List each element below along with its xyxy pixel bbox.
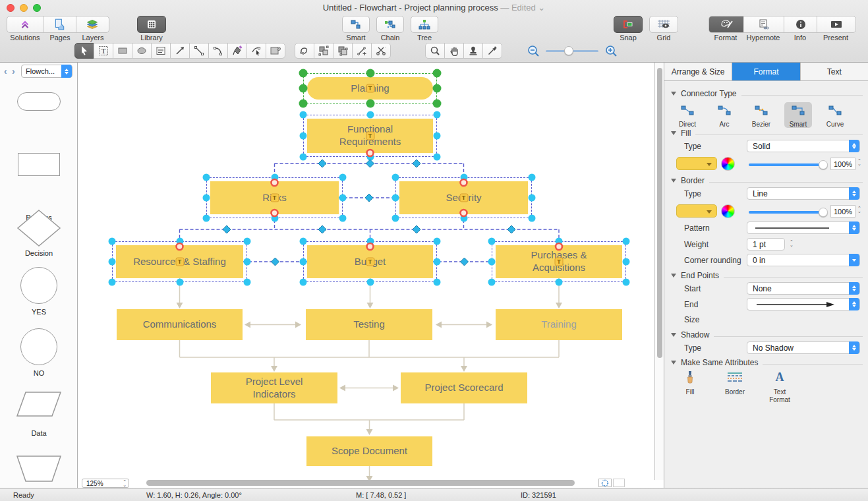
- selection-handle[interactable]: [433, 84, 442, 93]
- zoom-out-button[interactable]: [527, 45, 540, 61]
- selection-handle[interactable]: [203, 194, 210, 202]
- library-select[interactable]: Flowch...: [21, 65, 72, 78]
- border-pattern-dropdown[interactable]: [747, 221, 860, 234]
- flowchart-node-project-scorecard[interactable]: Project Scorecard: [401, 372, 527, 403]
- connector-option-curve[interactable]: Curve: [821, 102, 849, 128]
- disclosure-triangle-icon[interactable]: [671, 333, 676, 337]
- format-button[interactable]: [709, 16, 743, 32]
- selection-handle[interactable]: [244, 258, 251, 266]
- drawing-canvas[interactable]: PlanningTFunctional RequirementsTRisksTS…: [78, 63, 654, 480]
- split-tool-button[interactable]: [371, 43, 391, 59]
- selection-handle[interactable]: [271, 174, 278, 181]
- selection-handle[interactable]: [529, 215, 536, 222]
- fill-opacity-stepper[interactable]: ⌃⌄: [857, 159, 861, 165]
- selection-handle[interactable]: [556, 279, 563, 286]
- selection-handle[interactable]: [392, 215, 399, 222]
- canvas-zoom-stepper[interactable]: ⌃⌄: [123, 480, 127, 486]
- endpoint-end-dropdown[interactable]: [747, 298, 860, 310]
- make-same-attributes-header[interactable]: Make Same Attributes: [671, 358, 863, 367]
- library-select-stepper[interactable]: [61, 65, 72, 78]
- shape-item-no[interactable]: NO: [0, 328, 78, 365]
- tree-connector-button[interactable]: [411, 16, 438, 33]
- format-painter-tool-button[interactable]: [463, 43, 483, 59]
- shape-item-terminator[interactable]: Terminator: [0, 92, 78, 111]
- tab-format[interactable]: Format: [732, 63, 800, 80]
- library-back-button[interactable]: ‹: [4, 66, 7, 76]
- connector-option-bezier[interactable]: Bezier: [747, 102, 775, 128]
- shape-item-process[interactable]: Process: [0, 153, 78, 176]
- selection-handle[interactable]: [300, 133, 307, 140]
- zoom-slider-thumb[interactable]: [564, 46, 573, 55]
- selection-handle[interactable]: [488, 238, 496, 245]
- selection-handle[interactable]: [433, 100, 442, 108]
- selection-handle[interactable]: [300, 154, 307, 161]
- connector-option-direct[interactable]: Direct: [674, 102, 701, 128]
- selection-handle[interactable]: [623, 258, 630, 266]
- border-opacity-thumb[interactable]: [819, 208, 828, 217]
- node-edit-tool-button[interactable]: [246, 43, 266, 59]
- text-tool-button[interactable]: T: [94, 43, 113, 59]
- canvas-zoom-select[interactable]: 125% ⌃⌄: [82, 479, 129, 488]
- selection-handle[interactable]: [203, 174, 210, 181]
- selection-handle[interactable]: [109, 279, 116, 286]
- shadow-type-dropdown[interactable]: No Shadow: [747, 341, 860, 354]
- border-type-dropdown[interactable]: Line: [747, 187, 860, 200]
- zoom-slider[interactable]: [546, 50, 598, 52]
- make-same-border-button[interactable]: Border: [720, 370, 750, 403]
- snap-button[interactable]: [614, 16, 643, 33]
- selection-handle[interactable]: [300, 238, 307, 245]
- selection-handle[interactable]: [366, 279, 374, 286]
- pen-tool-button[interactable]: [227, 43, 247, 59]
- fill-type-dropdown[interactable]: Solid: [747, 140, 860, 152]
- shape-item-yes[interactable]: YES: [0, 267, 78, 304]
- border-opacity-value[interactable]: 100%: [830, 205, 855, 218]
- text-block-tool-button[interactable]: [151, 43, 171, 59]
- border-opacity-slider[interactable]: [749, 211, 826, 214]
- selection-handle[interactable]: [339, 215, 347, 222]
- selection-handle[interactable]: [366, 69, 374, 78]
- group-tool-button[interactable]: [314, 43, 333, 59]
- shape-item-decision[interactable]: Decision: [0, 209, 78, 247]
- selection-handle[interactable]: [529, 174, 536, 181]
- zoom-in-button[interactable]: [605, 45, 618, 61]
- selection-handle[interactable]: [434, 279, 441, 286]
- fill-opacity-thumb[interactable]: [819, 160, 828, 169]
- selection-handle[interactable]: [300, 279, 307, 286]
- selection-handle[interactable]: [299, 69, 308, 78]
- selection-handle[interactable]: [366, 238, 374, 245]
- disclosure-triangle-icon[interactable]: [671, 131, 676, 135]
- shape-anchor-tool-button[interactable]: [266, 43, 285, 59]
- eyedropper-tool-button[interactable]: [482, 43, 502, 59]
- flowchart-node-training[interactable]: Training: [496, 309, 622, 340]
- pages-button[interactable]: [43, 16, 76, 32]
- flowchart-node-purchases-acquisitions[interactable]: Purchases & AcquisitionsT: [496, 245, 622, 278]
- chain-connector-button[interactable]: [376, 16, 404, 33]
- selection-handle[interactable]: [623, 279, 630, 286]
- border-header[interactable]: Border: [671, 176, 863, 185]
- flowchart-node-communications[interactable]: Communications: [117, 309, 243, 340]
- flowchart-node-project-level-indicators[interactable]: Project Level Indicators: [211, 372, 337, 403]
- selection-handle[interactable]: [339, 174, 347, 181]
- ellipse-tool-button[interactable]: [132, 43, 152, 59]
- info-button[interactable]: [784, 16, 817, 32]
- selection-handle[interactable]: [300, 111, 307, 119]
- smart-connector-button[interactable]: [342, 16, 370, 33]
- selection-handle[interactable]: [529, 194, 536, 202]
- border-weight-stepper[interactable]: ⌃⌄: [790, 240, 794, 247]
- make-same-fill-button[interactable]: Fill: [675, 370, 705, 403]
- disclosure-triangle-icon[interactable]: [671, 361, 676, 365]
- tab-text[interactable]: Text: [801, 63, 868, 80]
- selection-handle[interactable]: [300, 258, 307, 266]
- disclosure-triangle-icon[interactable]: [671, 179, 676, 183]
- selection-handle[interactable]: [392, 174, 399, 181]
- direct-connector-tool-button[interactable]: [170, 43, 190, 59]
- selection-handle[interactable]: [366, 154, 374, 161]
- selection-handle[interactable]: [434, 154, 441, 161]
- selection-handle[interactable]: [244, 238, 251, 245]
- select-tool-button[interactable]: [74, 43, 94, 59]
- selection-handle[interactable]: [460, 215, 467, 222]
- flowchart-node-budget[interactable]: BudgetT: [307, 245, 433, 278]
- flowchart-node-resources-staffing[interactable]: Resources & StaffingT: [116, 245, 243, 278]
- border-color-swatch[interactable]: [676, 204, 717, 218]
- border-weight-field[interactable]: 1 pt: [747, 238, 785, 250]
